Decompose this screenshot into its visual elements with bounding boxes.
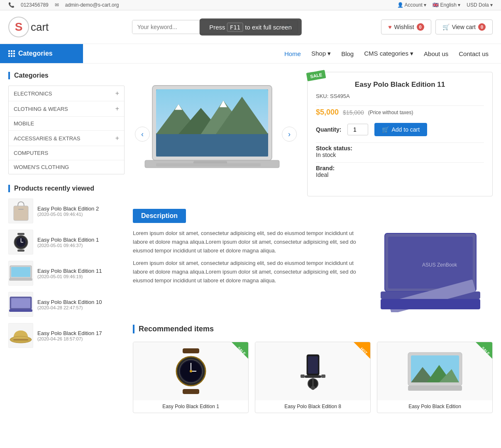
description-title: Description [133, 209, 186, 223]
svg-rect-47 [308, 356, 318, 374]
recent-date-4: (2020-04-28 22:47:57) [37, 305, 102, 310]
category-electronics[interactable]: ELECTRONICS + [9, 86, 124, 101]
add-cart-label: Add to cart [391, 126, 420, 133]
svg-rect-9 [11, 267, 30, 277]
recent-date-3: (2020-05-01 09:46:19) [37, 274, 102, 279]
sidebar: Categories ELECTRONICS + CLOTHING & WEAR… [8, 72, 125, 413]
description-p1: Lorem ipsum dolor sit amet, consectetur … [133, 229, 368, 255]
recent-date-5: (2020-04-26 18:57:07) [37, 336, 102, 341]
recent-info-1: Easy Polo Black Edition 2 (2020-05-01 09… [37, 206, 99, 217]
recommended-card-3[interactable]: SALE Easy Polo Black Edition [377, 342, 493, 413]
svg-text:ASUS ZenBook: ASUS ZenBook [422, 262, 457, 268]
wishlist-badge: 0 [417, 23, 424, 31]
svg-rect-30 [156, 163, 261, 166]
recent-item-1[interactable]: Easy Polo Black Edition 2 (2020-05-01 09… [8, 198, 125, 223]
recent-item-2[interactable]: Easy Polo Black Edition 1 (2020-05-01 09… [8, 230, 125, 255]
categories-button[interactable]: Categories [0, 44, 83, 63]
description-p2: Lorem ipsum dolor sit amet, consectetur … [133, 259, 368, 285]
rec-watch-svg [170, 346, 212, 396]
account-dropdown[interactable]: 👤 Account ▾ [397, 2, 426, 8]
language-dropdown[interactable]: 🇬🇧 English ▾ [433, 2, 460, 8]
recent-name-4: Easy Polo Black Edition 10 [37, 299, 102, 305]
product-image-area: ‹ [133, 72, 299, 196]
category-computers-label: COMPUTERS [14, 150, 48, 156]
svg-rect-2 [17, 233, 24, 235]
divider-1 [316, 105, 484, 106]
shop-dropdown-arrow: ▾ [327, 50, 331, 57]
quantity-row: Quantity: 🛒 Add to cart [316, 123, 484, 136]
nav-about[interactable]: About us [424, 50, 448, 57]
product-main-image [141, 76, 291, 192]
wishlist-button[interactable]: ♥ Wishlist 0 [381, 20, 431, 34]
stock-label: Stock status: [316, 145, 484, 152]
category-accessories[interactable]: ACCESSARIES & EXTRAS + [9, 131, 124, 146]
categories-title: Categories [8, 72, 125, 79]
nav-blog[interactable]: Blog [341, 50, 354, 57]
description-laptop-image: ASUS ZenBook [376, 229, 493, 312]
nav-home[interactable]: Home [284, 50, 301, 57]
category-mobile[interactable]: MOBILE [9, 117, 124, 131]
description-inner: Lorem ipsum dolor sit amet, consectetur … [133, 229, 493, 312]
price-area: $5,000 $15,000 (Price without taxes) [316, 108, 484, 117]
recent-name-2: Easy Polo Black Edition 1 [37, 237, 99, 243]
category-clothing[interactable]: CLOTHING & WEARS + [9, 101, 124, 117]
phone-number: 0123456789 [21, 2, 49, 8]
recommended-card-2[interactable]: HOT Easy Polo Black Edition 8 [255, 342, 371, 413]
svg-rect-48 [305, 375, 321, 378]
top-bar-right: 👤 Account ▾ 🇬🇧 English ▾ USD Dola ▾ [397, 2, 493, 8]
fullscreen-msg2: to exit full screen [245, 24, 292, 31]
svg-rect-38 [183, 348, 199, 353]
recommended-grid: SALE Easy Polo Black Edition 1 [133, 342, 493, 413]
top-bar: 📞 0123456789 ✉ admin-demo@s-cart.org 👤 A… [0, 0, 501, 10]
product-view: ‹ [133, 72, 493, 196]
quantity-input[interactable] [347, 124, 368, 135]
svg-rect-16 [13, 339, 28, 340]
card-badge-3: SALE [476, 342, 492, 359]
clothing-plus-icon: + [115, 105, 119, 113]
bag-svg [12, 200, 30, 223]
category-accessories-label: ACCESSARIES & EXTRAS [14, 135, 80, 142]
category-computers[interactable]: COMPUTERS [9, 146, 124, 160]
logo[interactable]: S cart [8, 17, 49, 37]
rec-mount-svg [292, 346, 334, 396]
language-label: English [440, 2, 457, 8]
flag-icon: 🇬🇧 [433, 2, 439, 8]
product-info: SALE Easy Polo Black Edition 11 SKU: SS4… [307, 72, 493, 196]
fullscreen-overlay: Press F11 to exit full screen [199, 19, 302, 36]
card-image-3: SALE [377, 342, 492, 400]
recent-item-5[interactable]: Easy Polo Black Edition 17 (2020-04-26 1… [8, 323, 125, 348]
recommended-card-1[interactable]: SALE Easy Polo Black Edition 1 [133, 342, 249, 413]
recent-thumb-3 [8, 261, 33, 286]
recent-thumb-5 [8, 323, 33, 348]
nav-shop[interactable]: Shop ▾ [311, 50, 331, 57]
top-bar-left: 📞 0123456789 ✉ admin-demo@s-cart.org [8, 2, 119, 8]
recent-date-2: (2020-05-01 09:46:37) [37, 243, 99, 248]
prev-image-button[interactable]: ‹ [135, 127, 150, 142]
nav-links: Home Shop ▾ Blog CMS categories ▾ About … [83, 44, 501, 63]
category-womens[interactable]: WOMEN'S CLOTHING [9, 160, 124, 174]
nav-cms[interactable]: CMS categories ▾ [364, 50, 413, 57]
laptop-sm-svg [9, 265, 32, 282]
next-image-button[interactable]: › [282, 127, 297, 142]
nav-contact[interactable]: Contact us [459, 50, 489, 57]
stock-status: In stock [316, 152, 484, 158]
svg-point-44 [190, 370, 192, 372]
fullscreen-key: F11 [227, 23, 243, 32]
description-section: Description Lorem ipsum dolor sit amet, … [133, 209, 493, 312]
stock-row: Stock status: In stock [316, 145, 484, 158]
currency-dropdown[interactable]: USD Dola ▾ [467, 2, 493, 8]
phone-icon: 📞 [8, 2, 15, 8]
main-content: Categories ELECTRONICS + CLOTHING & WEAR… [0, 64, 501, 421]
recent-info-4: Easy Polo Black Edition 10 (2020-04-28 2… [37, 299, 102, 310]
recent-item-3[interactable]: Easy Polo Black Edition 11 (2020-05-01 0… [8, 261, 125, 286]
cart-button[interactable]: 🛒 View cart 0 [435, 20, 493, 34]
cart-icon: 🛒 [442, 24, 450, 30]
add-to-cart-button[interactable]: 🛒 Add to cart [374, 123, 427, 136]
logo-letter: S [15, 20, 23, 34]
rec-laptop-svg [406, 350, 464, 392]
account-label: Account [405, 2, 423, 8]
recent-info-2: Easy Polo Black Edition 1 (2020-05-01 09… [37, 237, 99, 248]
recent-item-4[interactable]: Easy Polo Black Edition 10 (2020-04-28 2… [8, 292, 125, 317]
email-address: admin-demo@s-cart.org [65, 2, 119, 8]
header: S cart Press F11 to exit full screen 🔍 ♥… [0, 10, 501, 44]
